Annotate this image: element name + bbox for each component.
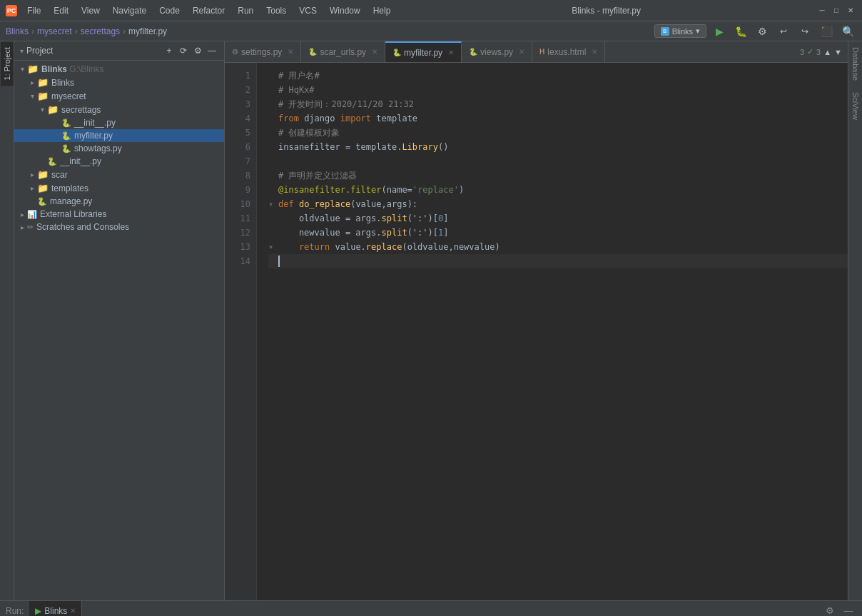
code-line-5: # 创建模板对象 [268, 126, 848, 140]
code-line-3: # 开发时间：2020/11/20 21:32 [268, 97, 848, 111]
expand-icon-extlibs[interactable]: ▸ [17, 211, 27, 218]
tab-settings[interactable]: ⚙ settings.py ✕ [225, 41, 301, 63]
breadcrumb-mysecret[interactable]: mysecret [37, 26, 72, 36]
editor-tabs-bar: ⚙ settings.py ✕ 🐍 scar_urls.py ✕ 🐍 myfil… [225, 41, 848, 63]
tree-item-scar[interactable]: ▸ 📁 scar [14, 168, 224, 181]
tree-item-blinks-sub[interactable]: ▸ 📁 Blinks [14, 76, 224, 89]
run-tabs-bar: Run: ▶ Blinks ✕ ⚙ — [0, 601, 862, 616]
coverage-button[interactable]: ⚙ [754, 23, 771, 40]
code-line-1: # 用户名# [268, 69, 848, 83]
tree-item-secrettags[interactable]: ▾ 📁 secrettags [14, 103, 224, 116]
breadcrumb-bar: Blinks › mysecret › secrettags › myfilte… [0, 21, 862, 41]
settings-icon[interactable]: ⚙ [191, 44, 204, 57]
debug-button[interactable]: 🐛 [732, 23, 749, 40]
tree-item-mysecret[interactable]: ▾ 📁 mysecret [14, 89, 224, 103]
code-line-2: # HqKx# [268, 83, 848, 97]
check-icon: ✓ [807, 47, 813, 56]
breadcrumb-secrettags[interactable]: secrettags [81, 26, 120, 36]
window-title: Blinks - myfilter.py [396, 6, 816, 16]
menu-tools[interactable]: Tools [260, 4, 292, 17]
forward-button[interactable]: ↪ [796, 23, 813, 40]
tab-close-scar-urls[interactable]: ✕ [372, 48, 377, 56]
code-content[interactable]: # 用户名# # HqKx# # 开发时间：2020/11/20 21:32 f… [257, 63, 848, 600]
expand-icon[interactable]: ▾ [17, 65, 27, 73]
code-line-8: # 声明并定义过滤器 [268, 168, 848, 183]
run-minimize-icon[interactable]: — [841, 603, 856, 617]
breadcrumb-sep-2: › [75, 26, 78, 36]
tree-item-scratches[interactable]: ▸ ✏ Scratches and Consoles [14, 221, 224, 233]
run-tab-close[interactable]: ✕ [70, 607, 76, 615]
expand-icon-secrettags[interactable]: ▾ [37, 106, 47, 113]
code-line-13: ▾ return value.replace(oldvalue,newvalue… [268, 240, 848, 254]
tree-item-templates[interactable]: ▸ 📁 templates [14, 181, 224, 195]
code-line-9: @insanefilter.filter(name='replace') [268, 183, 848, 197]
breadcrumb-sep-1: › [31, 26, 34, 36]
project-panel-header: ▾ Project + ⟳ ⚙ — [14, 41, 224, 61]
collapse-icon[interactable]: — [206, 44, 218, 57]
project-header-icons: + ⟳ ⚙ — [163, 44, 218, 57]
minimize-button[interactable]: ─ [816, 5, 828, 16]
expand-icon-blinks[interactable]: ▸ [27, 79, 37, 86]
menu-window[interactable]: Window [324, 4, 366, 17]
menu-run[interactable]: Run [232, 4, 259, 17]
code-line-4: from django import template [268, 111, 848, 126]
right-sidebar: Database SciView [848, 41, 862, 600]
tab-myfilter[interactable]: 🐍 myfilter.py ✕ [385, 41, 462, 63]
maximize-button[interactable]: □ [831, 5, 842, 16]
menu-edit[interactable]: Edit [48, 4, 74, 17]
tab-close-lexus[interactable]: ✕ [592, 48, 597, 56]
code-editor: 1 2 3 4 5 6 7 8 9 10 11 12 13 14 # 用户名# … [225, 63, 848, 600]
menu-view[interactable]: View [76, 4, 106, 17]
menu-file[interactable]: File [21, 4, 46, 17]
breadcrumb-myfilter[interactable]: myfilter.py [128, 26, 167, 36]
menu-code[interactable]: Code [153, 4, 186, 17]
expand-icon-templates[interactable]: ▸ [27, 184, 37, 192]
expand-icon-scar[interactable]: ▸ [27, 171, 37, 178]
menu-vcs[interactable]: VCS [293, 4, 323, 17]
warning-count: 3 [816, 48, 821, 56]
code-line-7 [268, 154, 848, 168]
tree-item-showtags[interactable]: 🐍 showtags.py [14, 142, 224, 155]
tree-item-myfilter[interactable]: 🐍 myfilter.py [14, 129, 224, 142]
tree-item-manage[interactable]: 🐍 manage.py [14, 195, 224, 208]
tab-close-settings[interactable]: ✕ [288, 48, 293, 56]
new-file-icon[interactable]: + [163, 44, 176, 57]
menu-refactor[interactable]: Refactor [187, 4, 230, 17]
tab-close-myfilter[interactable]: ✕ [448, 49, 454, 56]
tree-item-init-2[interactable]: 🐍 __init__.py [14, 155, 224, 168]
app-icon: PC [6, 5, 17, 16]
tab-lexus[interactable]: H lexus.html ✕ [532, 41, 605, 63]
menu-bar: File Edit View Navigate Code Refactor Ru… [21, 4, 396, 17]
breadcrumb-blinks[interactable]: Blinks [6, 26, 29, 36]
up-arrow[interactable]: ▲ [823, 48, 831, 56]
tree-item-external-libs[interactable]: ▸ 📊 External Libraries [14, 208, 224, 221]
rerun-button[interactable]: ↩ [775, 23, 792, 40]
title-bar: PC File Edit View Navigate Code Refactor… [0, 0, 862, 21]
tree-item-blinks-root[interactable]: ▾ 📁 Blinks G:\Blinks [14, 62, 224, 76]
expand-icon-scratches[interactable]: ▸ [17, 223, 27, 231]
close-button[interactable]: ✕ [845, 5, 856, 16]
run-tab-blinks[interactable]: ▶ Blinks ✕ [29, 601, 82, 617]
menu-help[interactable]: Help [367, 4, 397, 17]
bottom-panel: Run: ▶ Blinks ✕ ⚙ — ▶ ▲ ▼ ⚙ ≡ ⊟ 🖨 🗑 retu… [0, 600, 862, 616]
tree-item-init-1[interactable]: 🐍 __init__.py [14, 116, 224, 129]
window-controls: ─ □ ✕ [816, 5, 856, 16]
down-arrow[interactable]: ▼ [834, 48, 842, 56]
tab-views[interactable]: 🐍 views.py ✕ [462, 41, 532, 63]
project-tab[interactable]: 1: Project [1, 41, 14, 86]
run-settings-icon[interactable]: ⚙ [822, 603, 838, 617]
profile-button[interactable]: B Blinks ▾ [654, 24, 706, 38]
database-tab[interactable]: Database [849, 41, 862, 86]
editor-top-right: 3 ✓ 3 ▲ ▼ [800, 47, 848, 56]
search-everywhere-button[interactable]: 🔍 [839, 23, 856, 40]
stop-button[interactable]: ⬛ [818, 23, 835, 40]
expand-icon-mysecret[interactable]: ▾ [27, 92, 37, 100]
menu-navigate[interactable]: Navigate [107, 4, 152, 17]
tab-scar-urls[interactable]: 🐍 scar_urls.py ✕ [301, 41, 385, 63]
sync-icon[interactable]: ⟳ [177, 44, 190, 57]
check-count: 3 [800, 48, 804, 56]
run-button[interactable]: ▶ [711, 23, 728, 40]
run-tabs-right: ⚙ — [822, 603, 856, 617]
tab-close-views[interactable]: ✕ [519, 48, 524, 56]
sciview-tab[interactable]: SciView [849, 86, 862, 126]
